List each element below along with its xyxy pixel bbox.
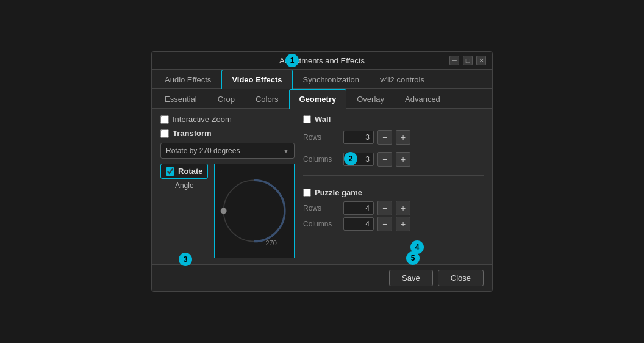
wall-checkbox[interactable] bbox=[303, 115, 311, 123]
puzzle-columns-decrement[interactable]: − bbox=[377, 217, 392, 231]
annotation-badge-5: 5 bbox=[406, 251, 420, 265]
tab-v4l2[interactable]: v4l2 controls bbox=[370, 70, 435, 89]
footer: Save Close bbox=[152, 264, 492, 291]
wall-rows-input[interactable] bbox=[343, 131, 374, 144]
tab-synchronization[interactable]: Synchronization bbox=[293, 70, 370, 89]
interactive-zoom-checkbox[interactable] bbox=[160, 115, 169, 124]
puzzle-section: Puzzle game Rows − + Columns − + bbox=[303, 188, 484, 233]
angle-group: Rotate Angle bbox=[160, 164, 208, 190]
svg-point-2 bbox=[221, 208, 227, 214]
puzzle-columns-input[interactable] bbox=[343, 217, 374, 231]
tab-colors[interactable]: Colors bbox=[245, 89, 289, 109]
wall-rows-label: Rows bbox=[303, 133, 340, 142]
puzzle-rows-decrement[interactable]: − bbox=[377, 201, 392, 215]
tab-row-1: Audio Effects Video Effects Synchronizat… bbox=[152, 70, 492, 89]
interactive-zoom-label: Interactive Zoom bbox=[173, 115, 232, 124]
rotate-dropdown-value: Rotate by 270 degrees bbox=[166, 146, 240, 155]
transform-label: Transform bbox=[173, 129, 212, 138]
angle-dial[interactable]: 270 bbox=[214, 164, 295, 258]
transform-checkbox[interactable] bbox=[160, 129, 169, 138]
puzzle-columns-label: Columns bbox=[303, 220, 340, 228]
puzzle-checkbox[interactable] bbox=[303, 189, 311, 197]
window-controls: ─ □ ✕ bbox=[449, 56, 486, 65]
puzzle-rows-increment[interactable]: + bbox=[396, 201, 410, 215]
svg-text:270: 270 bbox=[266, 239, 277, 247]
wall-row: Wall bbox=[303, 115, 484, 124]
wall-columns-decrement[interactable]: − bbox=[377, 152, 392, 167]
rotate-label: Rotate bbox=[178, 167, 202, 176]
wall-label: Wall bbox=[315, 115, 331, 124]
tab-essential[interactable]: Essential bbox=[154, 89, 207, 109]
wall-columns-increment[interactable]: + bbox=[396, 152, 410, 167]
right-panel: Wall Rows − + Columns − + bbox=[303, 115, 484, 258]
restore-button[interactable]: □ bbox=[463, 56, 473, 65]
puzzle-columns-increment[interactable]: + bbox=[396, 217, 410, 231]
tab-video-effects[interactable]: Video Effects bbox=[221, 70, 292, 89]
wall-columns-label: Columns bbox=[303, 155, 340, 164]
close-button[interactable]: ✕ bbox=[476, 56, 486, 65]
puzzle-row: Puzzle game bbox=[303, 188, 484, 197]
rotate-checkbox[interactable] bbox=[166, 167, 174, 176]
title-bar: Adjustments and Effects ─ □ ✕ bbox=[152, 52, 492, 70]
adjustments-window: Adjustments and Effects ─ □ ✕ Audio Effe… bbox=[151, 51, 493, 292]
wall-rows-row: Rows − + bbox=[303, 130, 484, 145]
save-button[interactable]: Save bbox=[389, 270, 433, 286]
annotation-badge-2: 2 bbox=[344, 152, 357, 165]
left-panel: Interactive Zoom Transform Rotate by 270… bbox=[160, 115, 295, 258]
tab-crop[interactable]: Crop bbox=[207, 89, 245, 109]
puzzle-rows-input[interactable] bbox=[343, 201, 374, 215]
wall-rows-decrement[interactable]: − bbox=[377, 130, 392, 145]
rotate-dropdown-row: Rotate by 270 degrees ▼ bbox=[160, 143, 295, 159]
puzzle-rows-row: Rows − + bbox=[303, 201, 484, 215]
tab-audio-effects[interactable]: Audio Effects bbox=[154, 70, 221, 89]
dropdown-arrow-icon: ▼ bbox=[283, 148, 289, 154]
tab-row-2: Essential Crop Colors Geometry Overlay A… bbox=[152, 89, 492, 109]
rotate-dropdown[interactable]: Rotate by 270 degrees ▼ bbox=[160, 143, 295, 159]
angle-dial-svg: 270 bbox=[215, 164, 294, 258]
rotate-checkbox-box[interactable]: Rotate bbox=[160, 164, 208, 179]
tab-geometry[interactable]: Geometry bbox=[289, 89, 347, 109]
puzzle-rows-label: Rows bbox=[303, 204, 340, 212]
interactive-zoom-row: Interactive Zoom bbox=[160, 115, 295, 124]
wall-columns-row: Columns − + bbox=[303, 152, 484, 167]
main-content: Interactive Zoom Transform Rotate by 270… bbox=[152, 109, 492, 264]
minimize-button[interactable]: ─ bbox=[449, 56, 459, 65]
annotation-badge-1: 1 bbox=[285, 54, 299, 67]
puzzle-columns-row: Columns − + bbox=[303, 217, 484, 231]
tab-advanced[interactable]: Advanced bbox=[395, 89, 451, 109]
tab-overlay[interactable]: Overlay bbox=[346, 89, 395, 109]
wall-rows-increment[interactable]: + bbox=[396, 130, 410, 145]
transform-row: Transform bbox=[160, 129, 295, 138]
angle-label: Angle bbox=[175, 181, 194, 190]
rotate-section: Rotate Angle bbox=[160, 164, 295, 258]
puzzle-label: Puzzle game bbox=[315, 188, 362, 197]
window-title: Adjustments and Effects bbox=[195, 56, 449, 65]
close-footer-button[interactable]: Close bbox=[438, 270, 484, 286]
annotation-badge-3: 3 bbox=[179, 253, 192, 266]
